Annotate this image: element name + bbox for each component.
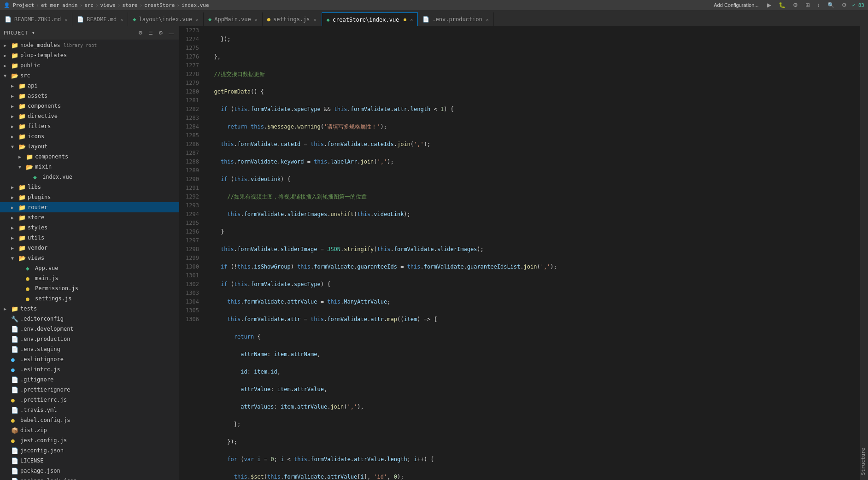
sync-icon[interactable]: ⚙ <box>136 29 145 37</box>
tab-appmain[interactable]: ◆ AppMain.vue ✕ <box>204 12 263 26</box>
tab-file-icon: 📄 <box>422 16 429 23</box>
tree-item-babel[interactable]: ▶ ● babel.config.js <box>0 415 179 425</box>
tab-label: creatStore\index.vue <box>333 17 399 23</box>
tree-item-layout[interactable]: ▼ 📂 layout <box>0 141 179 152</box>
tab-label: README.md <box>87 16 117 23</box>
tab-label: AppMain.vue <box>214 16 251 23</box>
tree-item-styles[interactable]: ▶ 📁 styles <box>0 222 179 233</box>
close-icon[interactable]: ✕ <box>314 17 317 22</box>
tree-item-eslintrc[interactable]: ▶ ● .eslintrc.js <box>0 364 179 375</box>
run-button[interactable]: ▶ <box>765 1 773 9</box>
tree-item-env-dev[interactable]: ▶ 📄 .env.development <box>0 324 179 334</box>
line-numbers: 1273 1274 1275 1276 1277 1278 1279 1280 … <box>180 26 203 480</box>
close-icon[interactable]: ✕ <box>486 17 489 22</box>
tree-item-directive[interactable]: ▶ 📁 directive <box>0 111 179 121</box>
search-button[interactable]: 🔍 <box>826 1 836 9</box>
tab-label: layout\index.vue <box>139 16 192 23</box>
tree-item-assets[interactable]: ▶ 📁 assets <box>0 91 179 101</box>
tree-item-layout-components[interactable]: ▶ 📁 components <box>0 152 179 162</box>
tab-readme[interactable]: 📄 README.md ✕ <box>72 12 128 26</box>
tab-label: README.ZBKJ.md <box>14 16 61 23</box>
tree-item-utils[interactable]: ▶ 📁 utils <box>0 233 179 243</box>
tree-item-tests[interactable]: ▶ 📁 tests <box>0 304 179 314</box>
close-icon[interactable]: ✕ <box>255 17 258 22</box>
tree-item-node-modules[interactable]: ▶ 📁 node_modules library root <box>0 40 179 50</box>
avatar-icon: 👤 <box>4 2 10 8</box>
tree-item-prettierignore[interactable]: ▶ 📄 .prettierignore <box>0 385 179 395</box>
tree-item-env-staging[interactable]: ▶ 📄 .env.staging <box>0 344 179 354</box>
tree-item-filters[interactable]: ▶ 📁 filters <box>0 121 179 131</box>
toolbar-icon-3[interactable]: ↕ <box>815 1 822 9</box>
tree-item-store[interactable]: ▶ 📁 store <box>0 212 179 222</box>
hide-icon[interactable]: — <box>167 29 176 37</box>
sidebar-header: Project ▾ ⚙ ☰ ⚙ — <box>0 26 179 40</box>
tab-layout-index[interactable]: ◆ layout\index.vue ✕ <box>128 12 204 26</box>
close-icon[interactable]: ✕ <box>65 17 67 22</box>
tab-file-icon: ◆ <box>133 16 136 23</box>
tree-item-dist[interactable]: ▶ 📦 dist.zip <box>0 425 179 435</box>
breadcrumb: Project › et_mer_admin › src › views › s… <box>13 2 209 8</box>
toolbar-icon-1[interactable]: ⚙ <box>791 1 800 9</box>
tree-item-app-vue[interactable]: ▶ ◆ App.vue <box>0 263 179 273</box>
tab-label: .env.production <box>432 16 482 23</box>
debug-button[interactable]: 🐛 <box>777 1 787 9</box>
tree-item-views[interactable]: ▼ 📂 views <box>0 253 179 263</box>
sidebar: Project ▾ ⚙ ☰ ⚙ — ▶ 📁 node_modules libra… <box>0 26 180 480</box>
tree-item-settings-js[interactable]: ▶ ● settings.js <box>0 293 179 304</box>
sidebar-title: Project ▾ <box>4 30 35 36</box>
tree-item-plop-templates[interactable]: ▶ 📁 plop-templates <box>0 50 179 60</box>
structure-panel[interactable]: Structure <box>860 26 868 480</box>
sidebar-tree[interactable]: ▶ 📁 node_modules library root ▶ 📁 plop-t… <box>0 40 179 480</box>
tree-item-public[interactable]: ▶ 📁 public <box>0 60 179 70</box>
tab-file-icon: ◆ <box>327 17 330 23</box>
tree-item-permission-js[interactable]: ▶ ● Permission.js <box>0 283 179 293</box>
tree-item-travis[interactable]: ▶ 📄 .travis.yml <box>0 405 179 415</box>
tree-item-index-vue[interactable]: ▶ ◆ index.vue <box>0 172 179 182</box>
code-editor[interactable]: }); }, //提交接口数据更新 getFromData() { if (th… <box>203 26 860 480</box>
settings-icon[interactable]: ⚙ <box>157 29 165 37</box>
tree-item-package-lock[interactable]: ▶ 📄 package-lock.json <box>0 476 179 480</box>
tree-item-router[interactable]: ▶ 📁 router <box>0 202 179 212</box>
tree-item-jest[interactable]: ▶ ● jest.config.js <box>0 435 179 445</box>
tab-label: settings.js <box>273 16 310 23</box>
tree-item-libs[interactable]: ▶ 📁 libs <box>0 182 179 192</box>
tree-item-api[interactable]: ▶ 📁 api <box>0 81 179 91</box>
collapse-icon[interactable]: ☰ <box>147 29 155 37</box>
tree-item-package-json[interactable]: ▶ 📄 package.json <box>0 466 179 476</box>
check-count: ✓ 83 <box>852 2 865 8</box>
tree-item-icons[interactable]: ▶ 📁 icons <box>0 131 179 141</box>
editor-area: 1273 1274 1275 1276 1277 1278 1279 1280 … <box>180 26 860 480</box>
tabs-bar: 📄 README.ZBKJ.md ✕ 📄 README.md ✕ ◆ layou… <box>0 10 868 26</box>
add-configuration-button[interactable]: Add Configuration... <box>711 1 761 9</box>
tree-item-jsconfig[interactable]: ▶ 📄 jsconfig.json <box>0 445 179 456</box>
tree-item-mixin[interactable]: ▼ 📂 mixin <box>0 162 179 172</box>
close-icon[interactable]: ✕ <box>120 17 123 22</box>
tab-file-icon: ● <box>267 16 270 23</box>
top-bar: 👤 Project › et_mer_admin › src › views ›… <box>0 0 868 10</box>
tree-item-editorconfig[interactable]: ▶ 🔧 .editorconfig <box>0 314 179 324</box>
close-icon[interactable]: ✕ <box>196 17 199 22</box>
tree-item-src[interactable]: ▼ 📂 src <box>0 70 179 81</box>
toolbar-icon-2[interactable]: ⊞ <box>803 1 812 9</box>
tab-settings[interactable]: ● settings.js ✕ <box>263 12 322 26</box>
tree-item-license[interactable]: ▶ 📄 LICENSE <box>0 456 179 466</box>
tab-file-icon: ◆ <box>208 16 211 23</box>
tree-item-gitignore[interactable]: ▶ 📄 .gitignore <box>0 375 179 385</box>
tab-creatstore[interactable]: ◆ creatStore\index.vue ✕ <box>322 12 418 26</box>
close-icon[interactable]: ✕ <box>410 17 413 22</box>
tab-modified-dot <box>404 18 406 21</box>
tab-env-production[interactable]: 📄 .env.production ✕ <box>418 12 493 26</box>
tab-file-icon: 📄 <box>77 16 84 23</box>
tree-item-components[interactable]: ▶ 📁 components <box>0 101 179 111</box>
tab-file-icon: 📄 <box>5 16 12 23</box>
settings-button[interactable]: ⚙ <box>840 1 849 9</box>
tree-item-plugins[interactable]: ▶ 📁 plugins <box>0 192 179 202</box>
tree-item-env-prod[interactable]: ▶ 📄 .env.production <box>0 334 179 344</box>
structure-label[interactable]: Structure <box>860 448 866 475</box>
tree-item-vendor[interactable]: ▶ 📁 vendor <box>0 243 179 253</box>
tree-item-prettierrc[interactable]: ▶ ● .prettierrc.js <box>0 395 179 405</box>
tab-readme-zbkj[interactable]: 📄 README.ZBKJ.md ✕ <box>0 12 72 26</box>
tree-item-main-js[interactable]: ▶ ● main.js <box>0 273 179 283</box>
tree-item-eslintignore[interactable]: ▶ ● .eslintignore <box>0 354 179 364</box>
